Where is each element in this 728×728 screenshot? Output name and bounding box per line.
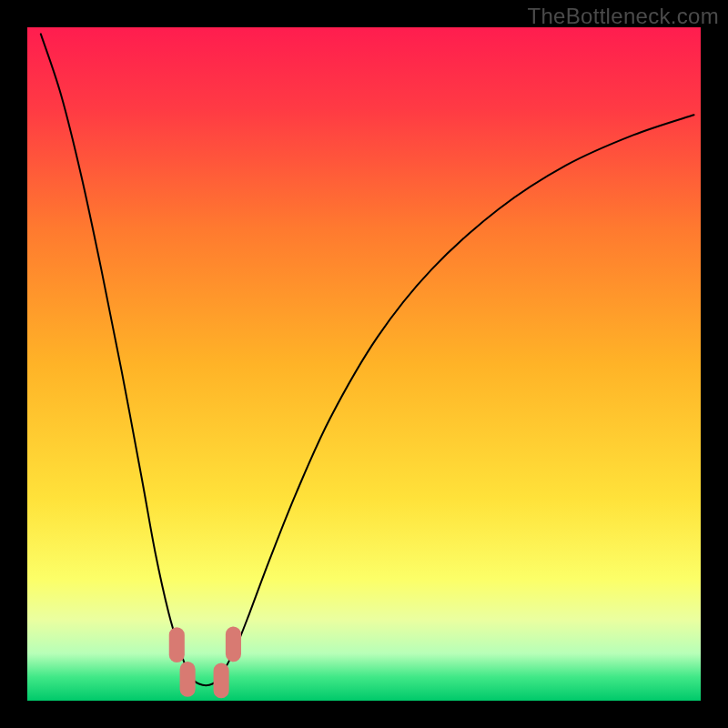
marker-1: [180, 662, 196, 697]
marker-0: [169, 627, 185, 662]
watermark-text: TheBottleneck.com: [527, 4, 719, 29]
chart-background: [27, 27, 701, 701]
bottleneck-chart: [0, 0, 728, 728]
marker-2: [214, 662, 229, 698]
chart-stage: TheBottleneck.com: [0, 0, 728, 728]
marker-3: [226, 626, 241, 662]
